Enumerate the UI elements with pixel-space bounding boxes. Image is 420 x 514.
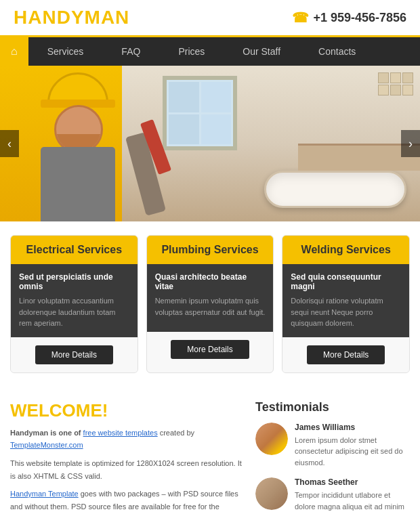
services-section: Electrical Services Sed ut perspiciatis … (0, 221, 420, 387)
testimonial-text-1: James Williams Lorem ipsum dolor stmet c… (295, 423, 410, 469)
service-electrical-footer: More Details (11, 337, 138, 372)
service-plumbing-more-button[interactable]: More Details (171, 340, 249, 359)
service-welding-body: Sed quia consequuntur magni Dolorisqui r… (282, 264, 409, 337)
testimonial-item-2: Thomas Seether Tempor incididunt utlabor… (255, 477, 410, 514)
testimonial-quote-1: Lorem ipsum dolor stmet consectetur adip… (295, 435, 410, 469)
slider-prev-button[interactable]: ‹ (0, 130, 19, 157)
phone-text: +1 959-456-7856 (313, 11, 406, 25)
phone-number: ☎ +1 959-456-7856 (292, 9, 406, 26)
service-welding-subheading: Sed quia consequuntur magni (291, 272, 401, 291)
welcome-intro-bold: Handyman is one of (10, 429, 83, 437)
service-welding-desc: Dolorisqui ratione voluptatm sequi neunt… (291, 295, 401, 329)
testimonial-quote-2: Tempor incididunt utlabore et dolore mag… (295, 490, 410, 514)
welcome-templatemonster-link[interactable]: TemplateMonster.com (10, 441, 83, 449)
service-electrical-subheading: Sed ut perspiciatis unde omnis (19, 272, 129, 291)
home-icon: ⌂ (11, 45, 18, 57)
nav-services[interactable]: Services (28, 38, 103, 65)
service-plumbing-body: Quasi architecto beatae vitae Nememin ip… (147, 264, 274, 332)
welcome-para1: This website template is optimized for 1… (10, 457, 242, 482)
service-welding-title: Welding Services (282, 236, 409, 264)
testimonial-text-2: Thomas Seether Tempor incididunt utlabor… (295, 477, 410, 514)
service-plumbing-title: Plumbing Services (147, 236, 274, 264)
handyman-template-link[interactable]: Handyman Template (10, 490, 79, 498)
service-electrical-desc: Linor voluptatm accusantium dolorenque l… (19, 295, 129, 329)
service-card-welding: Welding Services Sed quia consequuntur m… (282, 235, 410, 373)
main-nav: ⌂ Services FAQ Prices Our Staff Contacts (0, 37, 420, 66)
service-welding-footer: More Details (282, 337, 409, 372)
service-card-plumbing: Plumbing Services Quasi architecto beata… (146, 235, 274, 373)
slider-next-button[interactable]: › (401, 130, 420, 157)
welcome-free-templates-link[interactable]: free website templates (83, 429, 158, 437)
chevron-left-icon: ‹ (7, 137, 12, 151)
service-welding-more-button[interactable]: More Details (307, 345, 385, 364)
testimonial-name-1: James Williams (295, 423, 410, 432)
logo-suffix: MAN (85, 7, 130, 28)
welcome-para2: Handyman Template goes with two packages… (10, 488, 242, 514)
nav-ourstaff[interactable]: Our Staff (224, 38, 299, 65)
service-card-electrical: Electrical Services Sed ut perspiciatis … (10, 235, 138, 373)
avatar-james (255, 423, 288, 455)
service-plumbing-subheading: Quasi architecto beatae vitae (155, 272, 266, 291)
main-content: WELCOME! Handyman is one of free website… (0, 387, 420, 515)
testimonials-heading: Testimonials (255, 400, 410, 414)
testimonial-item-1: James Williams Lorem ipsum dolor stmet c… (255, 423, 410, 469)
service-plumbing-footer: More Details (147, 332, 274, 367)
avatar-thomas (255, 477, 288, 510)
nav-home-button[interactable]: ⌂ (0, 37, 28, 66)
chevron-right-icon: › (408, 137, 413, 151)
testimonial-name-2: Thomas Seether (295, 477, 410, 487)
welcome-heading: WELCOME! (10, 400, 242, 421)
site-header: HANDYMAN ☎ +1 959-456-7856 (0, 0, 420, 37)
logo-prefix: HANDY (14, 7, 85, 28)
nav-faq[interactable]: FAQ (102, 38, 159, 65)
testimonials-section: Testimonials James Williams Lorem ipsum … (255, 400, 410, 515)
welcome-section: WELCOME! Handyman is one of free website… (10, 400, 242, 515)
nav-prices[interactable]: Prices (159, 38, 224, 65)
hero-slider: ‹ › (0, 66, 420, 221)
service-plumbing-desc: Nememin ipsum voluptatm quis voluptas as… (155, 295, 266, 318)
logo: HANDYMAN (14, 7, 129, 28)
phone-icon: ☎ (292, 9, 309, 26)
nav-contacts[interactable]: Contacts (299, 38, 375, 65)
service-electrical-body: Sed ut perspiciatis unde omnis Linor vol… (11, 264, 138, 337)
service-electrical-more-button[interactable]: More Details (35, 345, 113, 364)
service-electrical-title: Electrical Services (11, 236, 138, 264)
welcome-intro: Handyman is one of free website template… (10, 427, 242, 452)
